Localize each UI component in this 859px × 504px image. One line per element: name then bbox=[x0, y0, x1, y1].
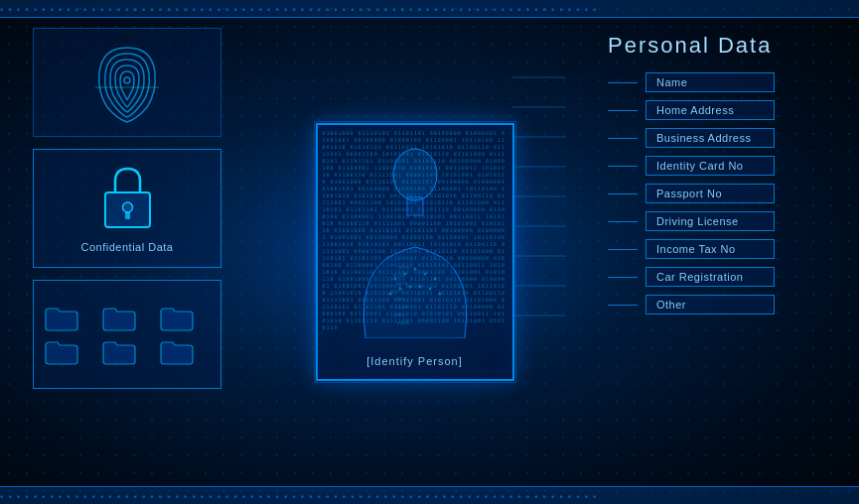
center-panel: 01001000 01110101 01101101 00100000 0100… bbox=[236, 18, 593, 486]
data-item-line-2 bbox=[608, 110, 638, 111]
data-item-label-income-tax: Income Tax No bbox=[645, 239, 775, 259]
data-item-name: Name bbox=[608, 72, 826, 92]
data-item-label-driving-license: Driving License bbox=[645, 211, 775, 231]
data-item-business-address: Business Address bbox=[608, 128, 826, 148]
data-item-label-passport: Passport No bbox=[645, 184, 775, 203]
data-item-line-1 bbox=[608, 82, 638, 83]
data-item-income-tax: Income Tax No bbox=[608, 239, 826, 259]
data-item-other: Other bbox=[608, 295, 826, 315]
person-svg: 10110 01101 11010 01011 10101 01110 1100… bbox=[346, 140, 485, 338]
svg-point-18 bbox=[393, 149, 437, 200]
data-item-home-address: Home Address bbox=[608, 100, 826, 120]
svg-text:11001: 11001 bbox=[393, 313, 406, 317]
svg-point-28 bbox=[418, 286, 421, 289]
person-card: 01001000 01110101 01101101 00100000 0100… bbox=[316, 123, 514, 381]
svg-point-24 bbox=[433, 278, 436, 281]
folder-icon-3 bbox=[159, 304, 195, 331]
svg-point-30 bbox=[438, 293, 441, 296]
fingerprint-box bbox=[33, 28, 221, 137]
data-item-label-home-address: Home Address bbox=[645, 100, 775, 120]
svg-text:01011: 01011 bbox=[391, 289, 404, 294]
data-item-label-other: Other bbox=[645, 295, 775, 315]
svg-rect-19 bbox=[407, 197, 423, 215]
data-item-label-identity-card: Identity Card No bbox=[645, 156, 775, 176]
svg-text:10101: 10101 bbox=[393, 297, 406, 302]
data-item-line-7 bbox=[608, 249, 638, 250]
data-item-driving-license: Driving License bbox=[608, 211, 826, 231]
data-item-passport: Passport No bbox=[608, 184, 826, 203]
top-border-strip bbox=[0, 0, 859, 18]
fingerprint-icon bbox=[87, 38, 167, 127]
lock-icon-wrap bbox=[95, 164, 160, 233]
right-panel: Personal Data Name Home Address Business… bbox=[593, 18, 841, 486]
folder-icon-1 bbox=[44, 304, 79, 331]
data-item-label-car-registration: Car Registration bbox=[645, 267, 775, 287]
svg-point-0 bbox=[124, 77, 130, 83]
svg-point-27 bbox=[408, 286, 411, 289]
data-item-car-registration: Car Registration bbox=[608, 267, 826, 287]
files-grid bbox=[44, 304, 211, 365]
person-silhouette: 10110 01101 11010 01011 10101 01110 1100… bbox=[341, 135, 490, 343]
data-item-label-name: Name bbox=[645, 72, 775, 92]
bottom-border-strip bbox=[0, 486, 859, 504]
folder-icon-4 bbox=[44, 337, 79, 365]
left-panel: Confidential Data bbox=[18, 18, 236, 486]
svg-point-29 bbox=[428, 288, 431, 291]
folder-icon-6 bbox=[159, 337, 195, 365]
data-item-line-6 bbox=[608, 221, 638, 222]
data-item-line-5 bbox=[608, 193, 638, 194]
lock-box: Confidential Data bbox=[33, 149, 221, 268]
personal-data-title: Personal Data bbox=[608, 33, 826, 59]
data-item-line-9 bbox=[608, 305, 638, 306]
folder-icon-5 bbox=[101, 337, 137, 365]
files-box bbox=[33, 280, 221, 389]
svg-text:01101: 01101 bbox=[393, 273, 406, 278]
svg-text:11010: 11010 bbox=[395, 281, 408, 286]
svg-rect-5 bbox=[105, 192, 150, 227]
svg-text:01010: 01010 bbox=[397, 320, 410, 325]
data-item-line-8 bbox=[608, 277, 638, 278]
folder-icon-2 bbox=[101, 304, 137, 331]
confidential-label: Confidential Data bbox=[81, 241, 174, 253]
svg-point-22 bbox=[413, 268, 416, 271]
svg-point-23 bbox=[423, 273, 426, 276]
data-item-line-3 bbox=[608, 138, 638, 139]
svg-text:01110: 01110 bbox=[395, 305, 408, 310]
data-item-line-4 bbox=[608, 166, 638, 167]
lock-icon bbox=[95, 164, 160, 233]
identify-label: [Identify Person] bbox=[366, 355, 463, 367]
main-layout: Confidential Data bbox=[18, 18, 841, 486]
data-item-label-business-address: Business Address bbox=[645, 128, 775, 148]
svg-text:10110: 10110 bbox=[397, 265, 410, 270]
data-item-identity-card: Identity Card No bbox=[608, 156, 826, 176]
